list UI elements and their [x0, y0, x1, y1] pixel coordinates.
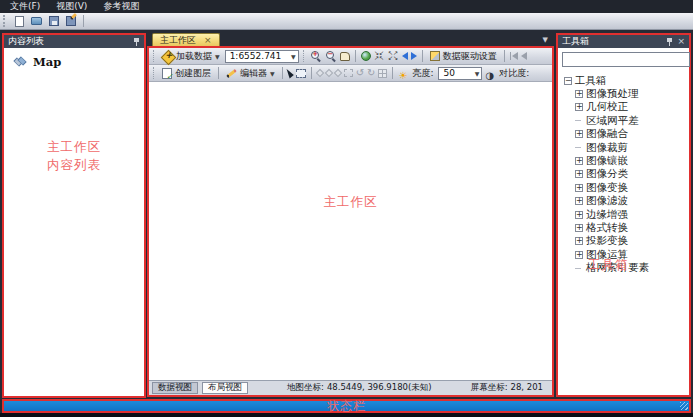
toolbox-search-row: 搜索: [558, 48, 689, 70]
toolbar-grip[interactable]: [3, 15, 7, 27]
tree-item[interactable]: +几何校正: [563, 101, 689, 114]
tree-item-label: 图像镶嵌: [586, 154, 628, 168]
pencil-icon: [226, 68, 237, 77]
separator: [392, 67, 393, 79]
chevron-down-icon: [270, 70, 275, 77]
toolbar-grip[interactable]: [153, 67, 156, 79]
fixed-zoom-in-button[interactable]: ↘↙↗↖: [374, 51, 385, 60]
open-button[interactable]: [30, 15, 43, 28]
open-folder-icon: [31, 17, 42, 25]
globe-button[interactable]: [361, 51, 371, 61]
expand-icon[interactable]: +: [575, 90, 583, 98]
tree-item[interactable]: +图像融合: [563, 128, 689, 141]
pan-button[interactable]: [340, 52, 350, 61]
expand-icon[interactable]: +: [575, 197, 583, 205]
scale-combobox[interactable]: 1:6552.741: [225, 50, 299, 63]
separator: [282, 67, 283, 79]
editor-button[interactable]: 编辑器: [224, 66, 277, 81]
expand-icon[interactable]: +: [575, 103, 583, 111]
tree-item[interactable]: −工具箱: [563, 74, 689, 87]
tree-item[interactable]: +图像镶嵌: [563, 154, 689, 167]
load-data-button[interactable]: 加载数据: [160, 49, 222, 64]
expand-icon[interactable]: +: [575, 184, 583, 192]
tree-leaf-mark: [575, 120, 581, 121]
quick-access-toolbar: [0, 13, 693, 30]
separator: [218, 67, 219, 79]
separator: [504, 50, 505, 62]
tree-item[interactable]: +投影变换: [563, 235, 689, 248]
data-driven-settings-button[interactable]: 数据驱动设置: [428, 49, 499, 64]
expand-icon[interactable]: +: [575, 211, 583, 219]
tab-main-workspace[interactable]: 主工作区: [152, 33, 220, 46]
tree-leaf-mark: [575, 268, 581, 269]
brightness-label: 亮度:: [410, 66, 435, 81]
forward-arrow-button[interactable]: [411, 52, 417, 60]
data-view-button[interactable]: 数据视图: [152, 382, 198, 394]
status-bar-annotation: 状态栏: [327, 401, 366, 411]
chevron-down-icon[interactable]: [543, 36, 548, 44]
expand-icon[interactable]: +: [575, 130, 583, 138]
tab-strip: 主工作区: [147, 33, 554, 46]
toolbox-title: 工具箱: [562, 35, 589, 48]
map-toolbar-row1: 加载数据 1:6552.741 ↘↙↗↖ ↖↗↙↘: [149, 48, 552, 65]
map-toolbar-row2: 创建图层 编辑器: [149, 65, 552, 82]
expand-icon[interactable]: +: [575, 237, 583, 245]
tree-item[interactable]: +格式转换: [563, 221, 689, 234]
tree-item[interactable]: +图像滤波: [563, 195, 689, 208]
zoom-out-button[interactable]: [325, 50, 337, 62]
map-item-label: Map: [33, 55, 61, 69]
expand-icon[interactable]: +: [575, 170, 583, 178]
pin-icon[interactable]: [666, 38, 673, 46]
first-record-button[interactable]: [510, 52, 518, 60]
tree-item[interactable]: +图像变换: [563, 181, 689, 194]
contrast-label: 对比度:: [497, 66, 531, 81]
expand-icon[interactable]: +: [575, 157, 583, 165]
screen-coordinates: 屏幕坐标: 28, 201: [471, 382, 543, 394]
toolbox-search-input[interactable]: [562, 52, 690, 67]
expand-icon[interactable]: +: [575, 251, 583, 259]
separator: [311, 67, 312, 79]
select-cursor-button[interactable]: [286, 67, 294, 78]
map-tree-item[interactable]: Map: [14, 55, 144, 69]
create-layer-button[interactable]: 创建图层: [160, 66, 213, 81]
full-extent-button[interactable]: ↖↗↙↘: [388, 51, 399, 60]
content-list-titlebar: 内容列表: [4, 35, 144, 48]
tree-item-label: 区域网平差: [586, 114, 639, 128]
tree-item[interactable]: +边缘增强: [563, 208, 689, 221]
tree-item[interactable]: 区域网平差: [563, 114, 689, 127]
chevron-down-icon: [475, 70, 480, 77]
tree-item[interactable]: +图像预处理: [563, 87, 689, 100]
toolbox-annotation: 工具箱: [588, 257, 629, 274]
tree-item-label: 格式转换: [586, 221, 628, 235]
toolbar-grip[interactable]: [153, 50, 156, 62]
previous-record-button[interactable]: [521, 52, 527, 60]
content-list-annotation: 主工作区 内容列表: [4, 138, 144, 174]
save-edit-button[interactable]: [64, 15, 77, 28]
menu-file[interactable]: 文件(F): [10, 0, 40, 13]
desktop: 文件(F) 视图(V) 参考视图 内容列表 Map: [0, 0, 693, 417]
tree-item-label: 图像分类: [586, 167, 628, 181]
map-canvas[interactable]: 主工作区: [149, 82, 552, 380]
tree-item-label: 图像融合: [586, 127, 628, 141]
tree-item[interactable]: +图像分类: [563, 168, 689, 181]
expand-icon[interactable]: +: [575, 224, 583, 232]
view-status-bar: 数据视图 布局视图 地图坐标: 48.5449, 396.9180(未知) 屏幕…: [149, 380, 552, 395]
sun-icon: [398, 64, 407, 83]
resize-grip-icon[interactable]: [680, 402, 688, 410]
new-document-button[interactable]: [13, 15, 26, 28]
close-icon[interactable]: [677, 37, 685, 46]
menu-view[interactable]: 视图(V): [56, 0, 87, 13]
save-button[interactable]: [47, 15, 60, 28]
pin-icon[interactable]: [133, 38, 140, 46]
toolbar-grip[interactable]: [303, 50, 306, 62]
brightness-combobox[interactable]: 50: [438, 67, 482, 80]
layers-icon: [14, 57, 28, 67]
tab-close-icon[interactable]: [204, 35, 212, 45]
zoom-in-button[interactable]: [310, 50, 322, 62]
menu-reference-view[interactable]: 参考视图: [103, 0, 139, 13]
select-box-button[interactable]: [296, 69, 306, 78]
back-arrow-button[interactable]: [402, 52, 408, 60]
tree-item[interactable]: 图像裁剪: [563, 141, 689, 154]
layout-view-button[interactable]: 布局视图: [202, 382, 248, 394]
collapse-icon[interactable]: −: [564, 77, 572, 85]
